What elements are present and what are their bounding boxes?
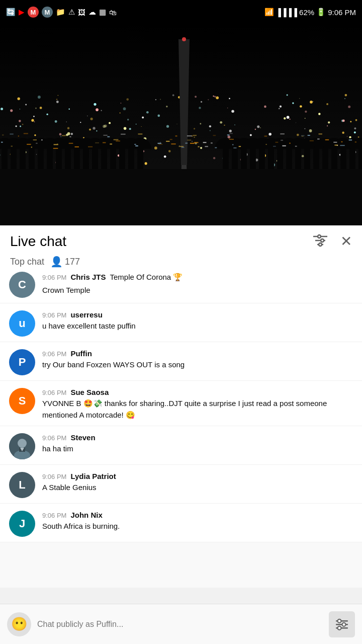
svg-point-7 <box>18 439 27 448</box>
avatar: P <box>9 349 35 375</box>
m-icon: M <box>28 7 39 18</box>
msg-time: 9:06 PM <box>42 389 66 396</box>
msg-body: 9:06 PM Lydia Patriot A Stable Genius <box>42 472 353 494</box>
msg-body: 9:06 PM Sue Saosa YVONNE B 🤩💸 thanks for… <box>42 388 353 421</box>
svg-point-14 <box>338 619 341 622</box>
list-item: P 9:06 PM Puffin try Our band Foxzen WAY… <box>0 342 362 381</box>
svg-point-15 <box>342 622 346 626</box>
avatar: u <box>9 310 35 337</box>
msg-author: John Nix <box>70 511 102 519</box>
msg-time: 9:06 PM <box>42 434 66 442</box>
msg-body: 9:06 PM userresu u have excellent taste … <box>42 310 353 332</box>
msg-text: u have excellent taste puffin <box>42 320 353 332</box>
msg-body: 9:06 PM John Nix South Africa is burning… <box>42 511 353 532</box>
folder-icon: 📁 <box>56 8 65 17</box>
msg-text: ha ha tim <box>42 443 353 455</box>
youtube-icon: ▶ <box>19 8 25 17</box>
msg-time: 9:06 PM <box>42 311 66 319</box>
svg-point-4 <box>321 239 324 242</box>
msg-text: A Stable Genius <box>42 482 353 494</box>
list-item: S 9:06 PM Sue Saosa YVONNE B 🤩💸 thanks f… <box>0 381 362 426</box>
battery-percent: 62% <box>299 8 314 17</box>
avatar <box>9 433 35 459</box>
chat-panel: Live chat ✕ Top chat 👤 <box>0 225 362 588</box>
chat-messages-list: C 9:06 PM Chris JTS Temple Of Corona 🏆 C… <box>0 272 362 588</box>
msg-author: userresu <box>70 310 102 319</box>
list-item: J 9:06 PM John Nix South Africa is burni… <box>0 504 362 542</box>
list-item: 9:06 PM Steven ha ha tim <box>0 426 362 465</box>
msg-author: Puffin <box>70 349 92 358</box>
alert-icon: ⚠ <box>68 8 75 17</box>
chat-header: Live chat ✕ Top chat 👤 <box>0 225 362 272</box>
top-chat-label: Top chat <box>10 257 44 267</box>
avatar: C <box>9 272 35 298</box>
msg-time: 9:06 PM <box>42 274 66 281</box>
list-item: u 9:06 PM userresu u have excellent tast… <box>0 303 362 342</box>
msg-text: try Our band Foxzen WAYS OUT is a song <box>42 359 353 371</box>
status-icons-right: 📶 ▐▐▐▐ 62% 🔋 9:06 PM <box>264 8 356 17</box>
chat-header-actions: ✕ <box>312 233 352 250</box>
chat-input[interactable] <box>37 612 323 636</box>
filter-icon[interactable] <box>312 233 328 250</box>
msg-author: Lydia Patriot <box>70 472 116 480</box>
msg-author: Sue Saosa <box>70 388 109 396</box>
msg-time: 9:06 PM <box>42 350 66 358</box>
status-bar: 🔄 ▶ M M 📁 ⚠ 🖼 ☁ ▦ 🛍 📶 ▐▐▐▐ 62% 🔋 9:06 PM <box>0 0 362 24</box>
chat-input-bar: 😶 <box>0 604 362 644</box>
list-item: L 9:06 PM Lydia Patriot A Stable Genius <box>0 465 362 504</box>
clock: 9:06 PM <box>328 8 356 17</box>
msg-text: Temple Of Corona 🏆 <box>110 272 183 283</box>
avatar: L <box>9 472 35 498</box>
m2-icon: M <box>42 7 53 18</box>
status-icons-left: 🔄 ▶ M M 📁 ⚠ 🖼 ☁ ▦ 🛍 <box>6 7 117 18</box>
msg-time: 9:06 PM <box>42 473 66 480</box>
bag-icon: 🛍 <box>109 8 117 17</box>
msg-subtext: Crown Temple <box>42 285 183 296</box>
msg-author: Chris JTS <box>70 273 106 281</box>
msg-body: 9:06 PM Steven ha ha tim <box>42 433 353 455</box>
chat-title: Live chat <box>10 233 66 250</box>
svg-point-3 <box>318 235 321 238</box>
list-item: C 9:06 PM Chris JTS Temple Of Corona 🏆 C… <box>0 272 362 303</box>
battery-icon: 🔋 <box>316 8 326 17</box>
wifi-icon: 📶 <box>264 8 274 17</box>
avatar: S <box>9 388 35 414</box>
cloud-icon: ☁ <box>88 8 96 17</box>
msg-author: Steven <box>70 433 95 442</box>
msg-time: 9:06 PM <box>42 512 66 519</box>
emoji-button[interactable]: 😶 <box>7 612 31 636</box>
viewer-icon: 👤 <box>50 256 63 268</box>
svg-point-16 <box>338 626 341 629</box>
send-button[interactable] <box>329 611 355 637</box>
sync-icon: 🔄 <box>6 8 16 17</box>
msg-text: YVONNE B 🤩💸 thanks for sharing..DJT quit… <box>42 398 353 421</box>
svg-point-5 <box>319 243 322 246</box>
avatar: J <box>9 511 35 537</box>
video-player[interactable] <box>0 24 362 225</box>
viewer-count: 👤 177 <box>50 256 80 268</box>
close-button[interactable]: ✕ <box>340 234 352 249</box>
viewer-count-number: 177 <box>65 257 80 267</box>
calendar-icon: ▦ <box>99 8 106 17</box>
msg-meta: 9:06 PM Chris JTS Temple Of Corona 🏆 <box>42 272 183 283</box>
signal-icon: ▐▐▐▐ <box>276 8 298 17</box>
msg-text: South Africa is burning. <box>42 521 353 532</box>
msg-body: 9:06 PM Puffin try Our band Foxzen WAYS … <box>42 349 353 371</box>
gallery-icon: 🖼 <box>78 8 85 17</box>
chat-sub-row: Top chat 👤 177 <box>10 252 352 272</box>
